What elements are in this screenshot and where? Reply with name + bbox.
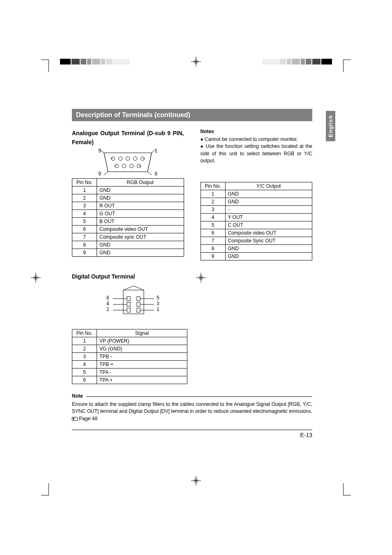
svg-rect-19 <box>127 302 130 306</box>
dsub-label-6: 6 <box>155 171 158 177</box>
notes-heading: Notes <box>201 129 313 134</box>
note-item: Cannot be connected to computer monitor. <box>201 136 313 143</box>
left-column: Analogue Output Terminal (D-sub 9 PIN, F… <box>72 129 184 260</box>
note-item: Use the function setting switches locate… <box>201 143 313 164</box>
svg-point-9 <box>130 164 134 168</box>
svg-point-2 <box>126 157 130 160</box>
col-header: Y/C Output <box>225 182 312 190</box>
footer-rule <box>72 430 312 430</box>
svg-point-8 <box>122 164 126 168</box>
yc-output-table: Pin No. Y/C Output 1GND 2GND 3- 4Y OUT 5… <box>201 182 313 260</box>
col-header: Pin No. <box>201 182 225 190</box>
dsub-label-9: 9 <box>98 171 101 177</box>
svg-rect-18 <box>137 297 140 301</box>
dsub9-figure: 5 1 9 6 <box>87 150 169 175</box>
note-body: Ensure to attach the supplied clamp filt… <box>72 401 312 422</box>
crop-mark <box>334 481 351 506</box>
svg-line-15 <box>104 172 108 175</box>
analogue-heading: Analogue Output Terminal (D-sub 9 PIN, F… <box>72 129 184 147</box>
reg-center-icon <box>191 476 201 486</box>
notes-list: Cannot be connected to computer monitor.… <box>201 136 313 165</box>
svg-rect-21 <box>127 308 130 312</box>
table-row: 4Y OUT <box>201 213 312 221</box>
table-row: 2GND <box>201 198 312 205</box>
note-divider: Note <box>72 396 312 397</box>
reg-center-icon <box>191 57 201 67</box>
svg-point-3 <box>134 157 137 160</box>
table-row: 3R OUT <box>72 202 184 210</box>
crop-mark <box>334 49 351 74</box>
digital-signal-table: Pin No. Signal 1VP (POWER) 2VG (GND) 3TP… <box>72 329 187 384</box>
col-header: RGB Output <box>97 178 184 186</box>
fig-label-5: 5 <box>157 295 159 301</box>
ieee1394-figure: 6 4 2 5 3 1 <box>97 285 171 323</box>
table-row: 7Composite Sync OUT <box>201 237 312 244</box>
fig-label-3: 3 <box>157 301 159 306</box>
table-row: 7Composite sync OUT <box>72 233 184 241</box>
table-row: 5TPA - <box>72 368 187 376</box>
reg-center-icon <box>31 273 41 283</box>
table-row: 3- <box>201 205 312 213</box>
dsub-connector-icon <box>99 150 157 175</box>
page-number: E-13 <box>72 432 312 438</box>
fig-label-1: 1 <box>157 306 159 312</box>
table-row: 5B OUT <box>72 217 184 225</box>
table-row: 8GND <box>72 241 184 249</box>
reference-icon <box>72 417 78 421</box>
table-row: 4TPB + <box>72 360 187 368</box>
table-row: 9GND <box>201 252 312 260</box>
svg-point-1 <box>119 157 122 160</box>
page-content: Description of Terminals (continued) Ana… <box>72 109 312 438</box>
rgb-output-table: Pin No. RGB Output 1GND 2GND 3R OUT 4G O… <box>72 178 184 257</box>
fig-label-2: 2 <box>106 306 109 312</box>
fig-label-4: 4 <box>106 301 109 306</box>
col-header: Signal <box>97 329 187 337</box>
table-row: 1GND <box>72 186 184 194</box>
table-row: 6TPA + <box>72 376 187 384</box>
print-registration-bottom <box>0 472 392 489</box>
print-registration-top <box>0 53 392 70</box>
section-header: Description of Terminals (continued) <box>72 109 312 121</box>
table-row: 2GND <box>72 194 184 202</box>
table-row: 1GND <box>201 190 312 198</box>
dsub-label-1: 1 <box>155 148 158 154</box>
page-reference: Page 48 <box>79 416 97 421</box>
digital-output-section: Digital Output Terminal <box>72 272 312 384</box>
dsub-label-5: 5 <box>98 148 101 154</box>
svg-rect-17 <box>127 297 130 301</box>
table-row: 6Composite video OUT <box>201 229 312 237</box>
right-column: Notes Cannot be connected to computer mo… <box>201 129 313 260</box>
fig-label-6: 6 <box>106 295 109 301</box>
digital-heading: Digital Output Terminal <box>72 272 312 281</box>
col-header: Pin No. <box>72 178 97 186</box>
svg-line-16 <box>148 172 152 175</box>
table-row: 6Composite video OUT <box>72 225 184 233</box>
table-row: 2VG (GND) <box>72 345 187 352</box>
svg-rect-20 <box>137 302 140 306</box>
svg-rect-22 <box>137 308 140 312</box>
table-row: 1VP (POWER) <box>72 337 187 345</box>
note-label: Note <box>72 393 86 399</box>
table-row: 3TPB - <box>72 352 187 360</box>
table-row: 9GND <box>72 249 184 256</box>
crop-mark <box>41 49 58 74</box>
crop-mark <box>41 481 58 506</box>
table-row: 8GND <box>201 244 312 252</box>
table-row: 5C OUT <box>201 221 312 229</box>
language-tab: English <box>326 111 335 141</box>
col-header: Pin No. <box>72 329 97 337</box>
table-row: 4G OUT <box>72 210 184 217</box>
